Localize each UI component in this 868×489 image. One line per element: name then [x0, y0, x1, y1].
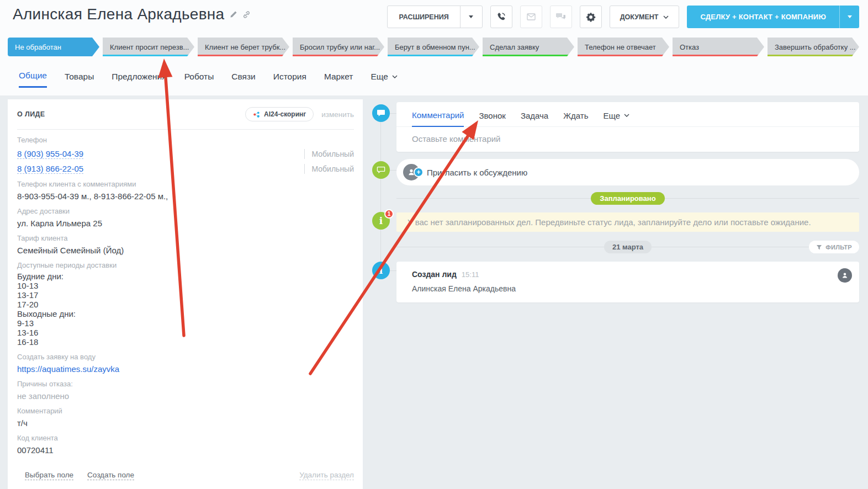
mail-button[interactable] [520, 6, 542, 28]
field-client-code: Код клиента 00720411 [17, 434, 354, 455]
tab-label: Еще [371, 72, 388, 82]
field-refusal-reasons: Причины отказа: не заполнено [17, 380, 354, 401]
edit-title-icon[interactable] [230, 10, 237, 18]
extensions-button[interactable]: РАСШИРЕНИЯ [387, 6, 482, 28]
stage-status-underline [103, 55, 189, 56]
field-value[interactable]: Семейный Семейный (Йод) [17, 246, 354, 255]
field-delivery-address: Адрес доставки ул. Карла Ильмера 25 [17, 207, 354, 228]
select-field-link[interactable]: Выбрать поле [25, 471, 73, 480]
tab-products[interactable]: Товары [65, 71, 94, 88]
pipeline-stage-not-processed[interactable]: Не обработан [8, 38, 99, 56]
lead-details-panel: О ЛИДЕ AI24-скоринг изменить Телефон 8 (… [8, 99, 363, 489]
event-title-row: Создан лид 15:11 [412, 270, 829, 279]
phone-type-select[interactable]: Мобильный [304, 164, 354, 174]
tab-label: Комментарий [412, 110, 464, 120]
page-title: Алинская Елена Аркадьевна [13, 6, 225, 23]
chevron-down-icon [392, 75, 398, 78]
stage-label: Берут в обменном пун... [395, 43, 475, 51]
chat-button[interactable] [550, 6, 572, 28]
stage-status-underline [673, 55, 759, 56]
stage-status-underline [293, 55, 379, 56]
lead-nav-tabs: Общие Товары Предложения Роботы Связи Ис… [19, 71, 398, 88]
tab-label: Товары [65, 72, 94, 82]
composer-tab-comment[interactable]: Комментарий [412, 110, 464, 127]
composer-tab-more[interactable]: Еще [604, 110, 630, 126]
call-button[interactable] [490, 6, 512, 28]
timeline-connector [389, 270, 396, 271]
pipeline-stage-made-request[interactable]: Сделал заявку [483, 38, 574, 56]
tab-market[interactable]: Маркет [324, 71, 353, 88]
phone-number-link[interactable]: 8 (903) 955-04-39 [17, 149, 83, 159]
stage-status-underline [768, 55, 854, 56]
tab-offers[interactable]: Предложения [112, 71, 166, 88]
tab-label: Маркет [324, 72, 353, 82]
composer-tab-wait[interactable]: Ждать [563, 110, 588, 126]
pipeline-stage-exchange-point[interactable]: Берут в обменном пун... [388, 38, 479, 56]
tab-label: Звонок [479, 111, 505, 120]
composer-tab-call[interactable]: Звонок [479, 110, 505, 126]
field-value[interactable]: ул. Карла Ильмера 25 [17, 219, 354, 228]
comment-timeline-icon [372, 104, 390, 122]
delete-section-link[interactable]: Удалить раздел [299, 471, 354, 480]
stage-status-underline [198, 55, 284, 56]
tab-label: История [273, 72, 306, 82]
invite-to-discussion-button[interactable]: + Пригласить к обсуждению [396, 159, 859, 185]
pipeline-stage-client-asks-callback[interactable]: Клиент просит перезв... [103, 38, 194, 56]
planned-status-badge[interactable]: Запланировано [591, 192, 664, 205]
tab-label: Роботы [184, 72, 214, 82]
composer-tab-task[interactable]: Задача [521, 110, 548, 126]
extensions-dropdown-button[interactable] [460, 6, 482, 28]
comment-input[interactable]: Оставьте комментарий [396, 127, 859, 152]
field-value[interactable]: не заполнено [17, 391, 354, 401]
field-label: Создать заявку на воду [17, 353, 354, 361]
ai24-scoring-button[interactable]: AI24-скоринг [245, 107, 314, 121]
planned-row: Запланировано [396, 192, 859, 205]
stage-label: Клиент просит перезв... [110, 43, 189, 51]
stage-label: Отказ [680, 43, 699, 51]
tab-label: Общие [19, 71, 47, 81]
pipeline-stage-phone-not-answering[interactable]: Телефон не отвечает [578, 38, 669, 56]
pipeline-stage-no-answer[interactable]: Клиент не берет трубк... [198, 38, 289, 56]
pipeline-stage-hung-up[interactable]: Бросил трубку или наг... [293, 38, 384, 56]
stage-status-underline [388, 55, 474, 56]
chevron-down-icon [663, 15, 669, 19]
create-dropdown-button[interactable] [839, 6, 859, 28]
tab-history[interactable]: История [273, 71, 306, 88]
speech-bubble-outline-icon [377, 166, 385, 174]
phone-number-link[interactable]: 8 (913) 866-22-05 [17, 164, 83, 174]
pipeline-status-bar: Не обработан Клиент просит перезв... Кли… [8, 38, 859, 56]
field-label: Код клиента [17, 434, 354, 442]
document-button[interactable]: ДОКУМЕНТ [610, 6, 680, 28]
field-comment: Комментарий т/ч [17, 407, 354, 428]
speech-bubble-icon [377, 109, 385, 117]
create-field-link[interactable]: Создать поле [87, 471, 134, 480]
extensions-label: РАСШИРЕНИЯ [388, 13, 459, 21]
phone-icon [496, 12, 506, 22]
settings-button[interactable] [580, 6, 602, 28]
field-tariff: Тариф клиента Семейный Семейный (Йод) [17, 234, 354, 255]
field-value[interactable]: Будние дни: 10-13 13-17 17-20 Выходные д… [17, 272, 354, 347]
create-deal-contact-company-button[interactable]: СДЕЛКУ + КОНТАКТ + КОМПАНИЮ [687, 6, 859, 28]
molecule-icon [253, 111, 260, 118]
field-value[interactable]: 8-903-955-04-39 м., 8-913-866-22-05 м., [17, 192, 354, 201]
link-icon[interactable] [242, 10, 251, 19]
pipeline-stage-finish-processing[interactable]: Завершить обработку ... [768, 38, 859, 56]
field-delivery-periods: Доступные периоды доставки Будние дни: 1… [17, 261, 354, 347]
tab-robots[interactable]: Роботы [184, 71, 214, 88]
stage-label: Телефон не отвечает [585, 43, 656, 51]
tab-more[interactable]: Еще [371, 71, 398, 88]
field-value[interactable]: 00720411 [17, 445, 354, 455]
ai-scoring-label: AI24-скоринг [264, 110, 306, 118]
edit-lead-link[interactable]: изменить [321, 110, 354, 119]
phone-row: 8 (913) 866-22-05 Мобильный [17, 164, 354, 174]
event-timeline-icon: i [372, 262, 390, 279]
pipeline-stage-refusal[interactable]: Отказ [673, 38, 764, 56]
feed-event-card[interactable]: Создан лид 15:11 Алинская Елена Аркадьев… [396, 262, 859, 302]
info-icon: i [379, 266, 383, 275]
field-value[interactable]: т/ч [17, 418, 354, 428]
filter-button[interactable]: ФИЛЬТР [809, 241, 859, 253]
water-request-link[interactable]: https://aquatimes.su/zayvka [17, 364, 354, 374]
phone-type-select[interactable]: Мобильный [304, 149, 354, 159]
tab-general[interactable]: Общие [19, 71, 47, 88]
tab-relations[interactable]: Связи [231, 71, 255, 88]
